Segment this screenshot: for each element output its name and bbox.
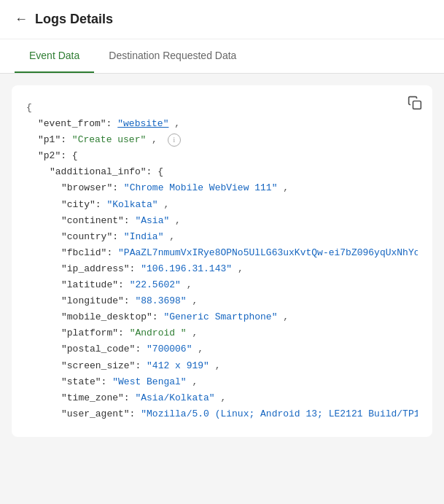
state-key: "state": <box>61 376 106 387</box>
user-agent-key: "user_agent": <box>61 408 135 419</box>
event-from-key: "event_from": <box>38 118 112 129</box>
platform-key: "platform": <box>61 327 124 338</box>
page-title: Logs Details <box>35 12 113 27</box>
time-zone-value: "Asia/Kolkata" <box>135 392 214 403</box>
browser-line: "browser": "Chrome Mobile WebView 111" , <box>26 180 418 196</box>
ip-address-line: "ip_address": "106.196.31.143" , <box>26 261 418 277</box>
json-card: { "event_from": "website" , "p1": "Creat… <box>12 85 432 437</box>
platform-value: "Android " <box>130 327 187 338</box>
p1-key: "p1": <box>38 134 66 145</box>
postal-code-value: "700006" <box>147 344 192 354</box>
country-line: "country": "India" , <box>26 229 418 245</box>
copy-button[interactable] <box>408 96 422 110</box>
browser-key: "browser": <box>61 182 118 193</box>
continent-line: "continent": "Asia" , <box>26 213 418 229</box>
tab-destination-requested-data[interactable]: Destination Requested Data <box>94 39 251 73</box>
time-zone-key: "time_zone": <box>61 392 130 403</box>
mobile-desktop-key: "mobile_desktop": <box>61 311 158 322</box>
platform-line: "platform": "Android " , <box>26 325 418 341</box>
mobile-desktop-line: "mobile_desktop": "Generic Smartphone" , <box>26 309 418 325</box>
mobile-desktop-value: "Generic Smartphone" <box>163 311 277 322</box>
screen-size-line: "screen_size": "412 x 919" , <box>26 358 418 374</box>
event-from-value: "website" <box>117 118 168 129</box>
open-brace: { <box>26 102 32 113</box>
screen-size-value: "412 x 919" <box>147 360 209 371</box>
fbclid-value: "PAaZL7nmumVxIRye8OPNo5UlLG63uxKvtQw-ei7… <box>118 247 418 258</box>
continent-key: "continent": <box>61 215 130 226</box>
tab-event-data[interactable]: Event Data <box>15 39 94 73</box>
longitude-value: "88.3698" <box>135 295 186 306</box>
event-from-line: "event_from": "website" , <box>26 116 418 132</box>
country-key: "country": <box>61 231 118 242</box>
latitude-value: "22.5602" <box>130 279 181 290</box>
user-agent-line: "user_agent": "Mozilla/5.0 (Linux; Andro… <box>26 406 418 422</box>
back-button[interactable]: ← <box>15 12 28 27</box>
continent-value: "Asia" <box>135 215 169 226</box>
p1-line: "p1": "Create user" , i <box>26 132 418 148</box>
latitude-line: "latitude": "22.5602" , <box>26 277 418 293</box>
latitude-key: "latitude": <box>61 279 124 290</box>
time-zone-line: "time_zone": "Asia/Kolkata" , <box>26 390 418 406</box>
p2-key: "p2": { <box>38 150 78 161</box>
additional-info-line: "additional_info": { <box>26 164 418 180</box>
city-key: "city": <box>61 199 101 210</box>
longitude-key: "longitude": <box>61 295 130 306</box>
country-value: "India" <box>124 231 164 242</box>
content-area: { "event_from": "website" , "p1": "Creat… <box>0 74 444 449</box>
ip-address-value: "106.196.31.143" <box>141 263 232 274</box>
tabs-container: Event Data Destination Requested Data <box>0 39 444 74</box>
user-agent-value: "Mozilla/5.0 (Linux; Android 13; LE2121 … <box>141 408 418 419</box>
ip-address-key: "ip_address": <box>61 263 135 274</box>
screen-size-key: "screen_size": <box>61 360 141 371</box>
svg-rect-0 <box>413 101 421 109</box>
fbclid-line: "fbclid": "PAaZL7nmumVxIRye8OPNo5UlLG63u… <box>26 245 418 261</box>
p2-line: "p2": { <box>26 148 418 164</box>
header: ← Logs Details <box>0 0 444 39</box>
state-line: "state": "West Bengal" , <box>26 374 418 390</box>
browser-value: "Chrome Mobile WebView 111" <box>124 182 278 193</box>
info-icon[interactable]: i <box>168 133 181 147</box>
p1-value: "Create user" <box>72 134 146 145</box>
longitude-line: "longitude": "88.3698" , <box>26 293 418 309</box>
fbclid-key: "fbclid": <box>61 247 112 258</box>
additional-info-key: "additional_info": { <box>50 166 163 177</box>
city-value: "Kolkata" <box>106 199 157 210</box>
state-value: "West Bengal" <box>112 376 186 387</box>
city-line: "city": "Kolkata" , <box>26 197 418 213</box>
postal-code-line: "postal_code": "700006" , <box>26 341 418 357</box>
postal-code-key: "postal_code": <box>61 344 141 354</box>
open-brace-line: { <box>26 100 418 116</box>
